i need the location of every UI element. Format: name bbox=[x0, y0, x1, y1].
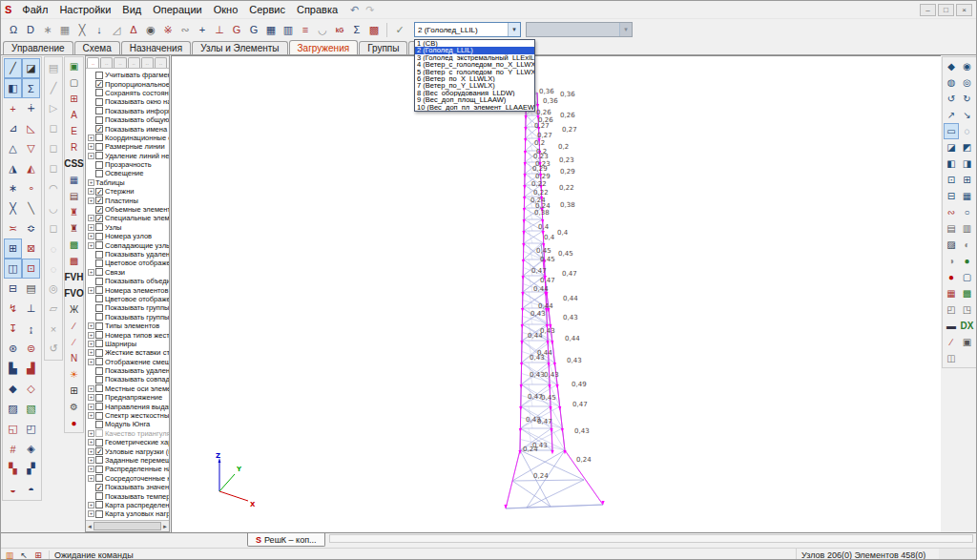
dropdown-option[interactable]: 3 (Гололед_экстремальный_LLExIL) bbox=[415, 54, 534, 61]
menu-item[interactable]: Настройки bbox=[53, 3, 116, 16]
checkbox[interactable] bbox=[95, 223, 103, 231]
utility-tool-icon[interactable]: ⚙ bbox=[66, 399, 82, 415]
horizontal-scrollbar[interactable]: ◄ ► bbox=[86, 520, 169, 531]
expand-icon[interactable]: + bbox=[88, 412, 94, 419]
edit-tool-icon[interactable]: ◮ bbox=[4, 158, 22, 178]
checkbox[interactable] bbox=[95, 278, 103, 285]
checkbox[interactable] bbox=[95, 349, 103, 357]
menu-item[interactable]: Справка bbox=[291, 3, 343, 16]
edit-tool-icon[interactable]: ↧ bbox=[4, 319, 22, 339]
select-tool-icon[interactable]: ◻ bbox=[46, 118, 61, 138]
tree-item[interactable]: ✓Объемные элементы bbox=[88, 205, 169, 214]
toolbar-icon[interactable]: ※ bbox=[159, 21, 177, 38]
tree-item[interactable]: +Преднапряжение bbox=[88, 393, 169, 402]
edit-tool-icon[interactable]: ⊡ bbox=[22, 259, 40, 279]
checkbox[interactable]: ✓ bbox=[95, 206, 103, 214]
dropdown-option[interactable]: 9 (Вес_доп_площ_LLAAW) bbox=[415, 96, 534, 103]
tab-item[interactable]: Схема bbox=[74, 41, 120, 54]
tree-item[interactable]: Цветовое отображен bbox=[88, 295, 169, 303]
checkbox[interactable] bbox=[95, 134, 103, 141]
checkbox[interactable] bbox=[95, 89, 103, 96]
checkbox[interactable] bbox=[95, 322, 103, 330]
expand-icon[interactable]: + bbox=[88, 448, 94, 455]
scroll-right-icon[interactable]: ► bbox=[162, 524, 168, 529]
toolbar-icon[interactable]: ↓ bbox=[91, 21, 108, 38]
view-tool-icon[interactable]: ▭ bbox=[944, 123, 959, 139]
checkbox[interactable] bbox=[95, 107, 103, 114]
utility-tool-icon[interactable]: ▣ bbox=[66, 58, 82, 74]
edit-tool-icon[interactable]: ◫ bbox=[4, 259, 22, 279]
toolbar-icon[interactable]: Ω bbox=[5, 21, 22, 38]
tree-item[interactable]: Показывать удаленн bbox=[88, 250, 169, 259]
checkbox[interactable] bbox=[95, 367, 103, 375]
view-tool-icon[interactable]: ▦ bbox=[944, 285, 959, 301]
expand-icon[interactable]: + bbox=[88, 475, 94, 482]
dropdown-option[interactable]: 4 (Ветер_с_гололедом_по_X_LLWXIL) bbox=[415, 61, 534, 68]
expand-icon[interactable]: + bbox=[88, 233, 94, 239]
expand-icon[interactable]: + bbox=[88, 394, 94, 401]
edit-tool-icon[interactable]: ≎ bbox=[22, 218, 40, 239]
tree-item[interactable]: +Заданные перемеще bbox=[88, 456, 169, 465]
toolbar-icon[interactable]: ▦ bbox=[262, 21, 280, 38]
tree-item[interactable]: +✓Узловые нагрузки (м bbox=[88, 446, 169, 455]
view-tool-icon[interactable]: ▣ bbox=[960, 334, 975, 350]
tree-item[interactable]: +Карта распределенн bbox=[88, 501, 169, 509]
view-tool-icon[interactable]: ◑ bbox=[944, 253, 959, 269]
tree-item[interactable]: Показывать удаленн bbox=[88, 366, 169, 375]
utility-tool-icon[interactable]: E bbox=[66, 123, 82, 139]
tree-item[interactable]: +Размерные линии bbox=[88, 142, 169, 151]
view-tool-icon[interactable]: ◍ bbox=[944, 74, 959, 91]
tree-item[interactable]: +Геометрические хара bbox=[88, 438, 169, 446]
expand-icon[interactable]: + bbox=[88, 143, 94, 150]
checkbox[interactable] bbox=[95, 340, 103, 347]
edit-tool-icon[interactable]: ⊥ bbox=[22, 299, 40, 319]
tree-item[interactable]: +Удаление линий нев bbox=[88, 152, 169, 160]
expand-icon[interactable]: + bbox=[88, 153, 94, 159]
utility-tool-icon[interactable]: ∕ bbox=[66, 334, 82, 350]
tree-item[interactable]: Модуль Юнга bbox=[88, 420, 169, 428]
edit-tool-icon[interactable]: ⊟ bbox=[4, 279, 22, 299]
view-tool-icon[interactable]: ○ bbox=[960, 204, 975, 220]
checkbox[interactable]: ✓ bbox=[95, 447, 103, 455]
checkbox[interactable] bbox=[95, 429, 103, 437]
checkbox[interactable] bbox=[95, 421, 103, 428]
utility-tool-icon[interactable]: FVO bbox=[66, 285, 82, 301]
select-tool-icon[interactable]: ▤ bbox=[46, 58, 61, 78]
checkbox[interactable] bbox=[95, 286, 103, 294]
tree-item[interactable]: +Типы элементов bbox=[88, 321, 169, 330]
edit-tool-icon[interactable]: ▧ bbox=[22, 399, 40, 419]
select-tool-icon[interactable]: ◻ bbox=[46, 218, 61, 239]
view-tool-icon[interactable]: ∾ bbox=[944, 204, 959, 220]
tree-item[interactable]: +✓Пластины bbox=[88, 196, 169, 204]
utility-tool-icon[interactable]: CSS bbox=[66, 156, 82, 172]
edit-tool-icon[interactable]: ◇ bbox=[22, 379, 40, 399]
view-tool-icon[interactable]: ⊞ bbox=[960, 172, 975, 188]
tab-item[interactable]: Управление bbox=[3, 41, 73, 54]
select-tool-icon[interactable]: ◠ bbox=[46, 178, 61, 198]
restore-button[interactable]: □ bbox=[938, 4, 954, 16]
tree-item[interactable]: +Местные оси элемен bbox=[88, 384, 169, 393]
checkbox[interactable] bbox=[95, 259, 103, 267]
expand-icon[interactable]: + bbox=[88, 135, 94, 141]
view-tool-icon[interactable]: ▤ bbox=[944, 220, 959, 237]
redo-icon[interactable]: ↷ bbox=[365, 4, 374, 16]
checkbox[interactable] bbox=[95, 403, 103, 410]
tree-item[interactable]: +Отображение смеще bbox=[88, 358, 169, 366]
view-tool-icon[interactable]: ◧ bbox=[944, 156, 959, 172]
toolbar-icon[interactable]: ╳ bbox=[73, 21, 91, 38]
view-tool-icon[interactable]: ↗ bbox=[944, 107, 959, 123]
checkbox[interactable] bbox=[95, 233, 103, 240]
apply-button[interactable]: ✓ bbox=[391, 21, 408, 38]
tree-item[interactable]: +Таблицы bbox=[88, 178, 169, 187]
toolbar-icon[interactable]: ≡ bbox=[297, 21, 314, 38]
toolbar-icon[interactable]: kG bbox=[331, 21, 348, 38]
utility-tool-icon[interactable]: ● bbox=[66, 415, 82, 431]
view-tool-icon[interactable]: ◌ bbox=[960, 123, 975, 139]
menu-item[interactable]: Вид bbox=[116, 3, 147, 16]
utility-tool-icon[interactable]: ▢ bbox=[66, 74, 82, 91]
select-tool-icon[interactable]: ▷ bbox=[46, 98, 61, 118]
edit-tool-icon[interactable]: ◺ bbox=[22, 118, 40, 138]
document-tab[interactable]: Ѕ РешК – коп... bbox=[247, 533, 325, 547]
checkbox[interactable] bbox=[95, 492, 103, 500]
expand-icon[interactable]: + bbox=[88, 332, 94, 339]
